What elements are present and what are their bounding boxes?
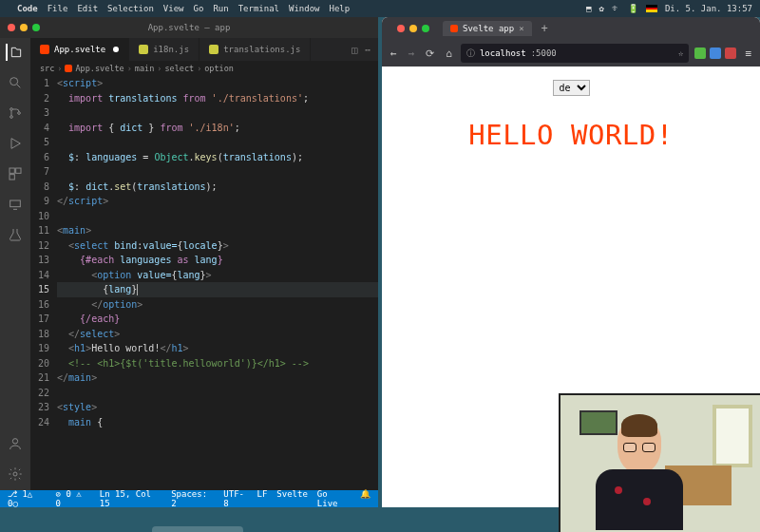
account-icon[interactable]	[7, 435, 24, 452]
svg-rect-7	[10, 200, 21, 207]
extension-icon[interactable]	[725, 48, 736, 59]
forward-icon[interactable]: →	[406, 48, 418, 60]
menubar-item[interactable]: Selection	[107, 4, 154, 13]
reload-icon[interactable]: ⟳	[423, 48, 437, 60]
status-cursor[interactable]: Ln 15, Col 15	[100, 489, 162, 508]
extension-icon[interactable]	[694, 48, 706, 59]
presenter	[587, 418, 692, 532]
extension-icon[interactable]	[710, 48, 721, 59]
new-tab-icon[interactable]: +	[542, 22, 548, 35]
breadcrumb-item[interactable]: option	[204, 64, 234, 73]
line-gutter: 123456789101112131415161718192021222324	[30, 76, 57, 490]
close-icon[interactable]	[8, 24, 15, 31]
close-icon[interactable]	[397, 25, 405, 32]
status-eol[interactable]: LF	[256, 489, 267, 508]
close-tab-icon[interactable]: ×	[519, 24, 523, 33]
maximize-icon[interactable]	[32, 24, 40, 31]
url-bar[interactable]: ⓘ localhost:5000 ☆	[461, 44, 690, 63]
menubar-item[interactable]: Run	[213, 4, 228, 13]
extensions-icon[interactable]	[7, 165, 24, 182]
menu-icon[interactable]: ≡	[742, 48, 754, 60]
tab-label: translations.js	[223, 45, 300, 54]
debug-icon[interactable]	[7, 135, 24, 152]
status-bell-icon[interactable]: 🔔	[360, 489, 370, 508]
svelte-icon	[40, 45, 49, 54]
svg-rect-5	[16, 168, 21, 173]
menubar-item[interactable]: Help	[330, 4, 351, 13]
search-icon[interactable]	[7, 74, 24, 91]
language-select[interactable]: de	[553, 80, 590, 96]
menubar-item[interactable]: Window	[289, 4, 320, 13]
svg-point-0	[10, 78, 18, 86]
status-language[interactable]: Svelte	[276, 489, 308, 508]
tab-label: i18n.js	[153, 45, 189, 54]
svg-point-9	[13, 472, 17, 476]
menubar-app[interactable]: Code	[17, 4, 38, 13]
svg-rect-6	[10, 175, 14, 180]
tray-icon[interactable]: ✿	[598, 4, 603, 13]
status-encoding[interactable]: UTF-8	[223, 489, 247, 508]
breadcrumb[interactable]: src› App.svelte› main› select› option	[30, 61, 378, 76]
editor-tabs: App.svelte i18n.js translations.js ◫ ⋯	[30, 38, 378, 61]
svg-point-2	[10, 116, 13, 119]
tray-flag-icon[interactable]	[646, 5, 657, 12]
lock-icon: ⓘ	[466, 48, 475, 60]
tab-i18n[interactable]: i18n.js	[129, 38, 200, 61]
test-icon[interactable]	[7, 226, 24, 243]
mac-menubar: Code File Edit Selection View Go Run Ter…	[0, 0, 760, 17]
menubar-item[interactable]: Edit	[77, 4, 98, 13]
code-editor[interactable]: 123456789101112131415161718192021222324 …	[30, 76, 378, 490]
tab-translations[interactable]: translations.js	[200, 38, 311, 61]
tray-icon[interactable]: ᯤ	[612, 4, 620, 13]
home-icon[interactable]: ⌂	[443, 48, 455, 60]
explorer-icon[interactable]	[6, 44, 23, 61]
back-icon[interactable]: ←	[388, 48, 400, 60]
minimize-icon[interactable]	[20, 24, 28, 31]
bookmark-icon[interactable]: ☆	[678, 48, 683, 58]
tab-app-svelte[interactable]: App.svelte	[30, 38, 129, 61]
activity-bar	[0, 38, 30, 490]
svg-point-3	[18, 112, 21, 115]
status-bar: ⎇ 1△ 0○ ⊘ 0 ⚠ 0 Ln 15, Col 15 Spaces: 2 …	[0, 490, 378, 507]
remote-icon[interactable]	[7, 196, 24, 213]
menubar-item[interactable]: File	[48, 4, 68, 13]
svg-rect-4	[10, 168, 14, 173]
tray-battery-icon[interactable]: 🔋	[628, 4, 638, 13]
url-port: :5000	[531, 48, 557, 58]
tray-icon[interactable]: ⬒	[586, 4, 591, 13]
tab-label: App.svelte	[54, 45, 105, 54]
js-icon	[139, 45, 148, 54]
status-branch[interactable]: ⎇ 1△ 0○	[8, 489, 47, 508]
vscode-window: App.svelte — app Ap	[0, 17, 378, 507]
menubar-item[interactable]: Go	[194, 4, 204, 13]
tray-clock[interactable]: Di. 5. Jan. 13:57	[665, 4, 752, 13]
webcam-overlay	[559, 393, 760, 532]
window-title: App.svelte — app	[148, 23, 231, 32]
menubar-item[interactable]: Terminal	[238, 4, 279, 13]
status-golive[interactable]: Go Live	[317, 489, 351, 508]
status-spaces[interactable]: Spaces: 2	[171, 489, 214, 508]
minimize-icon[interactable]	[409, 25, 417, 32]
source-control-icon[interactable]	[7, 104, 24, 122]
gear-icon[interactable]	[7, 466, 24, 483]
code-content[interactable]: <script> import translations from './tra…	[57, 76, 378, 490]
more-icon[interactable]: ⋯	[365, 45, 370, 55]
breadcrumb-item[interactable]: App.svelte	[75, 64, 124, 73]
breadcrumb-item[interactable]: main	[135, 64, 154, 73]
dock-hint	[152, 526, 243, 532]
page-heading: HELLO WORLD!	[468, 119, 674, 151]
svg-point-8	[12, 439, 17, 444]
svg-point-1	[10, 108, 13, 111]
svelte-icon	[65, 65, 72, 72]
vscode-titlebar: App.svelte — app	[0, 17, 378, 38]
breadcrumb-item[interactable]: select	[164, 64, 194, 73]
status-problems[interactable]: ⊘ 0 ⚠ 0	[56, 489, 90, 508]
breadcrumb-item[interactable]: src	[40, 64, 54, 73]
browser-tab[interactable]: Svelte app ×	[443, 21, 532, 36]
window	[712, 405, 752, 467]
maximize-icon[interactable]	[422, 25, 429, 32]
menubar-item[interactable]: View	[163, 4, 184, 13]
split-editor-icon[interactable]: ◫	[352, 45, 357, 55]
url-host: localhost	[480, 48, 526, 58]
favicon-icon	[450, 25, 458, 32]
